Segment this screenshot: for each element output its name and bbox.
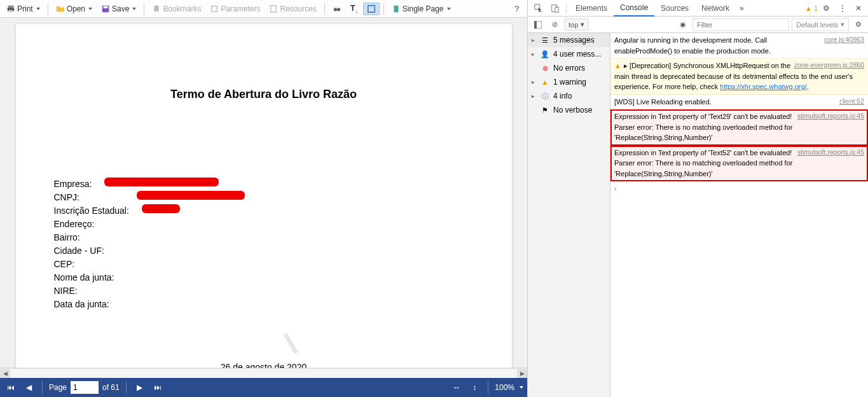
warning-icon: ▲ <box>614 62 621 69</box>
tab-console[interactable]: Console <box>614 0 654 17</box>
bookmark-icon <box>152 4 161 13</box>
toolbar-separator <box>48 3 48 15</box>
list-icon: ☰ <box>541 36 549 45</box>
svg-rect-6 <box>271 5 277 12</box>
device-button[interactable] <box>547 1 563 15</box>
field-nire: NIRE: <box>54 284 474 298</box>
log-source[interactable]: stimulsoft.reports.js:45 <box>797 148 864 158</box>
error-icon: ⊗ <box>541 64 549 73</box>
more-tabs-button[interactable]: » <box>736 1 748 15</box>
log-source[interactable]: core.js:40963 <box>824 35 864 45</box>
close-devtools-button[interactable]: ✕ <box>851 1 865 15</box>
field-inscricao: Inscrição Estadual: <box>54 204 474 218</box>
sidebar-icon <box>534 21 542 29</box>
log-text: [WDS] Live Reloading enabled. <box>614 98 712 106</box>
svg-rect-15 <box>534 21 537 29</box>
inspect-button[interactable] <box>530 1 547 15</box>
redacted-value <box>104 178 219 186</box>
log-source[interactable]: stimulsoft.reports.js:45 <box>797 111 864 122</box>
dropdown-arrow-icon <box>132 8 136 10</box>
find-button[interactable] <box>329 3 345 15</box>
next-page-button[interactable]: ▶ <box>133 380 147 394</box>
log-source[interactable]: client:52 <box>839 97 864 107</box>
toolbar-separator <box>144 3 144 15</box>
log-link[interactable]: https://xhr.spec.whatwg.org/ <box>720 83 806 90</box>
console-body: ▸☰5 messages ▸👤4 user mess... ⊗No errors… <box>528 33 868 397</box>
verbose-icon: ⚑ <box>541 106 549 115</box>
open-button[interactable]: Open <box>52 3 96 15</box>
horizontal-scrollbar[interactable]: ◀ ▶ <box>0 368 527 378</box>
log-entry: client:52 [WDS] Live Reloading enabled. <box>610 95 868 110</box>
gear-icon: ⚙ <box>823 4 830 13</box>
print-icon <box>6 4 15 13</box>
log-text: Angular is running in the development mo… <box>614 36 771 55</box>
sidebar-item-info[interactable]: ▸ⓘ4 info <box>528 89 610 103</box>
print-button[interactable]: Print <box>3 3 44 15</box>
svg-rect-5 <box>212 6 217 11</box>
fullscreen-icon <box>367 4 376 13</box>
bookmarks-label: Bookmarks <box>163 4 201 13</box>
page-icon <box>392 4 401 13</box>
log-source[interactable]: zone-evergreen.js:2860 <box>794 60 864 71</box>
pager-separator <box>126 381 127 394</box>
watermark: l <box>279 326 303 361</box>
console-settings-button[interactable]: ⚙ <box>851 18 865 31</box>
sidebar-item-user-messages[interactable]: ▸👤4 user mess... <box>528 47 610 61</box>
single-page-button[interactable]: Single Page <box>388 3 455 15</box>
svg-point-7 <box>334 8 337 11</box>
scroll-track[interactable] <box>10 369 517 378</box>
console-filter-bar: ⊘ top▾ ◉ Default levels▾ ⚙ <box>528 17 868 33</box>
pager-separator <box>488 381 488 394</box>
menu-button[interactable]: ⋮ <box>835 1 850 15</box>
fullscreen-button[interactable] <box>363 3 380 15</box>
settings-button[interactable]: ⚙ <box>819 1 834 15</box>
open-label: Open <box>67 4 85 13</box>
report-viewer-pane: Print Open Save Bookmarks Parameters Res… <box>0 0 528 397</box>
help-button[interactable]: ? <box>509 4 525 13</box>
filter-input[interactable] <box>692 18 789 31</box>
log-prefix: ▸ [Deprecation] <box>624 62 673 69</box>
fit-height-button[interactable]: ↕ <box>467 380 481 394</box>
prev-page-button[interactable]: ◀ <box>22 380 36 394</box>
sidebar-item-warnings[interactable]: ▸▲1 warning <box>528 75 610 89</box>
parameters-icon <box>210 4 219 13</box>
tab-sources[interactable]: Sources <box>654 1 695 16</box>
console-output[interactable]: core.js:40963 Angular is running in the … <box>610 33 868 397</box>
tab-network[interactable]: Network <box>695 1 736 16</box>
bookmarks-button[interactable]: Bookmarks <box>148 3 205 15</box>
page-input[interactable] <box>71 381 99 394</box>
text-icon: T↓ <box>350 3 358 15</box>
scroll-right-button[interactable]: ▶ <box>517 369 527 378</box>
save-button[interactable]: Save <box>97 3 140 15</box>
zoom-value: 100% <box>495 383 514 392</box>
fit-width-button[interactable]: ↔ <box>450 380 464 394</box>
sidebar-item-messages[interactable]: ▸☰5 messages <box>528 33 610 47</box>
report-viewer[interactable]: Termo de Abertura do Livro Razão Empresa… <box>0 18 527 368</box>
info-icon: ⓘ <box>541 92 549 101</box>
parameters-button[interactable]: Parameters <box>206 3 264 15</box>
warning-badge[interactable]: ▲1 <box>805 4 818 12</box>
live-expression-button[interactable]: ◉ <box>676 18 690 31</box>
tab-separator <box>566 3 567 14</box>
console-prompt[interactable]: › <box>610 181 868 196</box>
sidebar-toggle-button[interactable] <box>530 18 546 31</box>
first-page-button[interactable]: ⏮ <box>4 380 18 394</box>
scroll-left-button[interactable]: ◀ <box>0 369 10 378</box>
dropdown-arrow-icon <box>36 8 40 10</box>
last-page-button[interactable]: ⏭ <box>151 380 165 394</box>
text-button[interactable]: T↓ <box>347 1 362 17</box>
resources-button[interactable]: Resources <box>265 3 320 15</box>
field-endereco: Endereço: <box>54 218 474 231</box>
gear-icon: ⚙ <box>855 20 862 29</box>
single-page-label: Single Page <box>403 4 444 13</box>
resources-label: Resources <box>280 4 316 13</box>
levels-selector[interactable]: Default levels▾ <box>792 18 849 31</box>
svg-rect-0 <box>8 5 14 8</box>
eye-icon: ◉ <box>680 20 686 29</box>
context-selector[interactable]: top▾ <box>564 18 589 31</box>
clear-console-button[interactable]: ⊘ <box>548 18 561 31</box>
tab-elements[interactable]: Elements <box>569 1 614 16</box>
sidebar-item-errors[interactable]: ⊗No errors <box>528 61 610 75</box>
sidebar-item-verbose[interactable]: ⚑No verbose <box>528 103 610 117</box>
resources-icon <box>269 4 278 13</box>
